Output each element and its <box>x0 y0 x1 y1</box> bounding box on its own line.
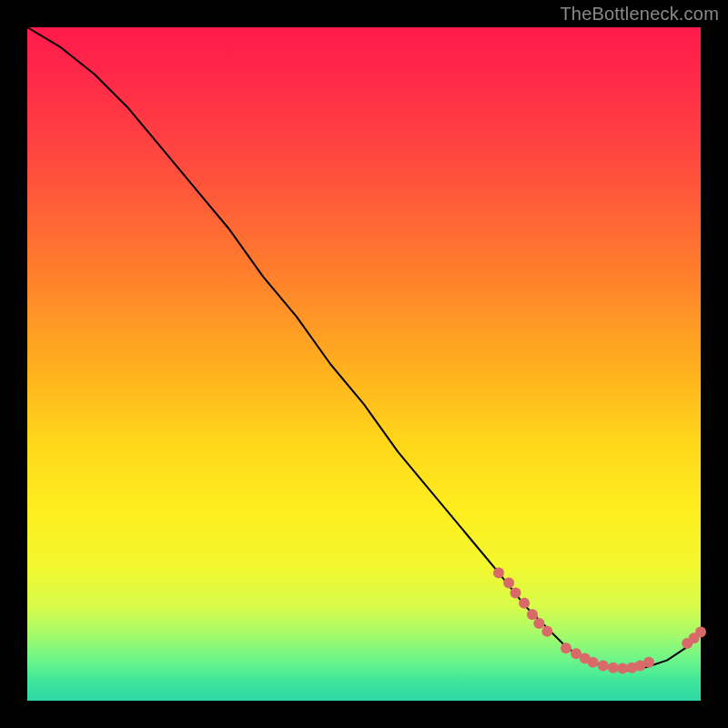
data-marker <box>519 598 530 609</box>
data-marker <box>561 642 571 653</box>
plot-svg <box>27 27 701 701</box>
data-marker <box>617 663 628 674</box>
data-marker <box>533 618 544 629</box>
bottleneck-curve <box>27 27 701 671</box>
data-marker <box>608 662 619 673</box>
data-marker <box>643 657 654 668</box>
data-marker <box>541 626 552 637</box>
data-marker <box>588 657 599 668</box>
plot-area <box>27 27 701 701</box>
data-marker <box>493 567 504 578</box>
chart-stage: TheBottleneck.com <box>0 0 728 728</box>
data-marker <box>503 578 514 589</box>
data-marker <box>598 661 609 672</box>
data-marker <box>511 588 521 599</box>
data-markers <box>493 567 706 673</box>
data-marker <box>527 609 538 620</box>
watermark-text: TheBottleneck.com <box>560 4 719 25</box>
data-marker <box>695 627 706 638</box>
